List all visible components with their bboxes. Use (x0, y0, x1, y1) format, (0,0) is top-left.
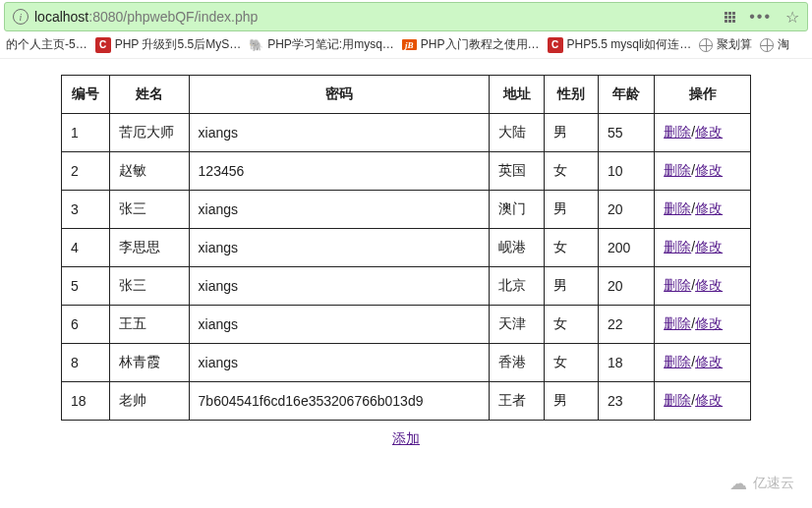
site-icon: jB (402, 39, 417, 50)
cell-password: xiangs (189, 114, 490, 152)
cell-actions: 删除/修改 (655, 191, 751, 229)
cell-id: 5 (62, 267, 110, 306)
cell-id: 1 (62, 114, 110, 152)
bookmark-item[interactable]: C PHP 升级到5.5后MyS… (95, 36, 241, 53)
edit-link[interactable]: 修改 (695, 200, 723, 216)
site-info-icon[interactable]: i (13, 9, 29, 25)
cell-name: 李思思 (109, 229, 189, 267)
bookmark-item[interactable]: 的个人主页-5… (6, 36, 87, 53)
cell-name: 苦厄大师 (109, 114, 189, 152)
cell-password: xiangs (189, 306, 490, 344)
cell-gender: 女 (544, 306, 598, 344)
cell-age: 22 (598, 306, 654, 344)
cell-gender: 女 (544, 344, 598, 382)
globe-icon (760, 38, 774, 52)
table-row: 1苦厄大师xiangs大陆男55删除/修改 (62, 114, 751, 152)
site-icon: 🐘 (249, 38, 263, 52)
bookmark-label: 淘 (778, 36, 789, 53)
bookmark-label: PHP 升级到5.5后MyS… (115, 36, 241, 53)
cell-actions: 删除/修改 (655, 229, 751, 267)
cell-address: 大陆 (490, 114, 544, 152)
delete-link[interactable]: 删除 (664, 315, 691, 331)
table-row: 3张三xiangs澳门男20删除/修改 (62, 191, 751, 229)
cell-address: 岘港 (490, 229, 544, 267)
cell-password: 7b604541f6cd16e353206766b013d9 (189, 382, 490, 421)
col-header-id: 编号 (62, 76, 110, 114)
cell-age: 20 (598, 267, 654, 306)
edit-link[interactable]: 修改 (695, 392, 723, 408)
bookmark-item[interactable]: C PHP5.5 mysqli如何连… (548, 36, 692, 53)
cell-password: xiangs (189, 229, 490, 267)
url-display[interactable]: localhost:8080/phpwebQF/index.php (34, 9, 725, 25)
cell-password: xiangs (189, 344, 490, 382)
col-header-name: 姓名 (109, 76, 189, 114)
bookmark-label: PHP学习笔记:用mysq… (267, 36, 394, 53)
cell-id: 4 (62, 229, 110, 267)
edit-link[interactable]: 修改 (695, 277, 723, 293)
cloud-icon: ☁ (729, 473, 747, 494)
cell-age: 10 (598, 152, 654, 191)
watermark: ☁ 亿速云 (729, 473, 794, 494)
cell-id: 18 (62, 382, 110, 421)
add-link[interactable]: 添加 (392, 430, 420, 446)
cell-age: 55 (598, 114, 654, 152)
watermark-text: 亿速云 (753, 475, 794, 492)
col-header-age: 年龄 (598, 76, 654, 114)
cell-id: 3 (62, 191, 110, 229)
cell-address: 澳门 (490, 191, 544, 229)
data-table: 编号 姓名 密码 地址 性别 年龄 操作 1苦厄大师xiangs大陆男55删除/… (61, 75, 751, 421)
edit-link[interactable]: 修改 (695, 124, 723, 140)
cell-password: xiangs (189, 191, 490, 229)
cell-id: 2 (62, 152, 110, 191)
cell-actions: 删除/修改 (655, 152, 751, 191)
col-header-actions: 操作 (655, 76, 751, 114)
cell-gender: 男 (544, 267, 598, 306)
edit-link[interactable]: 修改 (695, 315, 723, 331)
cell-actions: 删除/修改 (655, 306, 751, 344)
cell-actions: 删除/修改 (655, 267, 751, 306)
table-row: 6王五xiangs天津女22删除/修改 (62, 306, 751, 344)
bookmark-item[interactable]: 聚划算 (699, 36, 752, 53)
bookmark-star-icon[interactable]: ☆ (785, 8, 799, 27)
edit-link[interactable]: 修改 (695, 354, 723, 369)
qr-icon[interactable] (725, 12, 735, 23)
table-row: 2赵敏123456英国女10删除/修改 (62, 152, 751, 191)
delete-link[interactable]: 删除 (664, 124, 691, 140)
edit-link[interactable]: 修改 (695, 239, 723, 254)
delete-link[interactable]: 删除 (664, 392, 691, 408)
cell-gender: 男 (544, 114, 598, 152)
bookmarks-bar: 的个人主页-5… C PHP 升级到5.5后MyS… 🐘 PHP学习笔记:用my… (0, 31, 812, 59)
cell-name: 王五 (109, 306, 189, 344)
cell-name: 张三 (109, 191, 189, 229)
delete-link[interactable]: 删除 (664, 239, 691, 254)
page-content: 编号 姓名 密码 地址 性别 年龄 操作 1苦厄大师xiangs大陆男55删除/… (0, 59, 812, 448)
url-path: :8080/phpwebQF/index.php (88, 9, 258, 25)
cell-gender: 女 (544, 152, 598, 191)
cell-name: 赵敏 (109, 152, 189, 191)
edit-link[interactable]: 修改 (695, 162, 723, 178)
bookmark-item[interactable]: 淘 (760, 36, 789, 53)
bookmark-item[interactable]: jB PHP入门教程之使用… (402, 36, 540, 53)
delete-link[interactable]: 删除 (664, 162, 691, 178)
cell-name: 张三 (109, 267, 189, 306)
cell-actions: 删除/修改 (655, 344, 751, 382)
bookmark-item[interactable]: 🐘 PHP学习笔记:用mysq… (249, 36, 394, 53)
delete-link[interactable]: 删除 (664, 200, 691, 216)
cell-name: 老帅 (109, 382, 189, 421)
col-header-address: 地址 (490, 76, 544, 114)
cell-address: 香港 (490, 344, 544, 382)
cell-gender: 男 (544, 382, 598, 421)
col-header-password: 密码 (189, 76, 490, 114)
table-row: 8林青霞xiangs香港女18删除/修改 (62, 344, 751, 382)
address-bar: i localhost:8080/phpwebQF/index.php ••• … (4, 2, 808, 31)
delete-link[interactable]: 删除 (664, 277, 691, 293)
cell-address: 英国 (490, 152, 544, 191)
bookmark-label: PHP入门教程之使用… (421, 36, 540, 53)
cell-id: 8 (62, 344, 110, 382)
cell-name: 林青霞 (109, 344, 189, 382)
more-actions-icon[interactable]: ••• (749, 9, 772, 25)
delete-link[interactable]: 删除 (664, 354, 691, 369)
address-bar-actions: ••• ☆ (725, 8, 799, 27)
cell-address: 北京 (490, 267, 544, 306)
bookmark-label: PHP5.5 mysqli如何连… (567, 36, 692, 53)
